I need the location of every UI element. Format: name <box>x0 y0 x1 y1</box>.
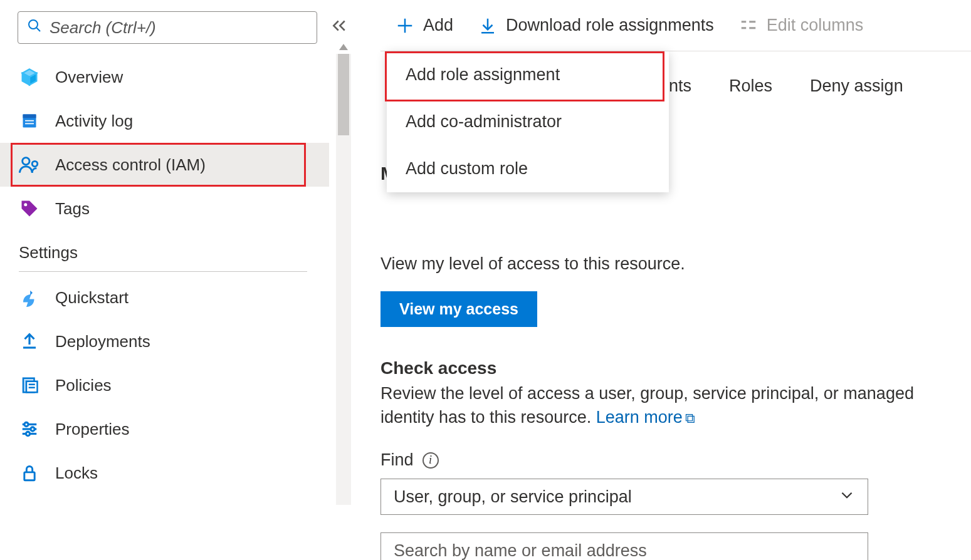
people-icon <box>19 155 40 174</box>
sidebar: Overview Activity log Access control (IA… <box>0 0 351 560</box>
sidebar-item-policies[interactable]: Policies <box>0 363 329 407</box>
log-icon <box>19 112 40 130</box>
find-type-select[interactable]: User, group, or service principal <box>381 479 868 515</box>
main-content: View my level of access to this resource… <box>381 252 971 560</box>
nav-label: Tags <box>55 199 90 219</box>
svg-rect-4 <box>25 120 34 122</box>
external-link-icon: ⧉ <box>685 410 695 426</box>
sidebar-item-deployments[interactable]: Deployments <box>0 319 329 363</box>
command-bar: Add Download role assignments Edit colum… <box>381 0 971 51</box>
svg-rect-5 <box>25 123 34 125</box>
nav-label: Deployments <box>55 332 150 351</box>
svg-point-8 <box>24 203 27 206</box>
find-label: Find <box>381 450 414 470</box>
upload-icon <box>19 332 40 351</box>
svg-point-16 <box>24 422 28 426</box>
collapse-sidebar-button[interactable] <box>330 16 351 39</box>
svg-line-1 <box>37 28 41 31</box>
find-search-input[interactable] <box>381 532 868 560</box>
tab-roles[interactable]: Roles <box>729 76 772 96</box>
lock-icon <box>19 464 40 482</box>
download-role-assignments-button[interactable]: Download role assignments <box>478 16 714 35</box>
svg-point-7 <box>32 161 38 167</box>
main-pane: Add Download role assignments Edit colum… <box>381 0 971 560</box>
add-button-label: Add <box>423 16 453 35</box>
my-access-description: View my level of access to this resource… <box>381 252 971 276</box>
sidebar-nav-settings: Quickstart Deployments Policies Properti… <box>0 276 329 495</box>
add-custom-role-item[interactable]: Add custom role <box>387 145 669 192</box>
edit-columns-button[interactable]: Edit columns <box>739 16 864 35</box>
svg-point-6 <box>23 158 29 165</box>
svg-point-0 <box>29 20 38 29</box>
quickstart-icon <box>19 288 40 307</box>
view-my-access-button[interactable]: View my access <box>381 291 537 327</box>
svg-point-18 <box>31 427 34 431</box>
svg-rect-21 <box>24 472 34 480</box>
edit-columns-label: Edit columns <box>767 16 864 35</box>
svg-rect-3 <box>23 115 36 118</box>
sidebar-section-settings-header: Settings <box>0 231 351 276</box>
nav-label: Locks <box>55 464 98 483</box>
tab-deny-assignments[interactable]: Deny assign <box>810 76 903 96</box>
find-type-value: User, group, or service principal <box>394 487 632 507</box>
cube-icon <box>19 68 40 86</box>
download-button-label: Download role assignments <box>506 16 714 35</box>
info-icon[interactable]: i <box>423 452 439 469</box>
sidebar-item-overview[interactable]: Overview <box>0 55 329 99</box>
nav-label: Properties <box>55 420 130 439</box>
sliders-icon <box>19 420 40 438</box>
learn-more-link[interactable]: Learn more⧉ <box>596 408 695 427</box>
sidebar-item-tags[interactable]: Tags <box>0 187 329 231</box>
check-access-header: Check access <box>381 358 971 378</box>
sidebar-item-locks[interactable]: Locks <box>0 451 329 495</box>
svg-point-20 <box>26 432 29 435</box>
nav-label: Quickstart <box>55 288 129 308</box>
sidebar-search-field[interactable] <box>50 18 308 38</box>
check-access-description: Review the level of access a user, group… <box>381 382 971 430</box>
tag-icon <box>19 199 40 218</box>
sidebar-item-quickstart[interactable]: Quickstart <box>0 276 329 319</box>
sidebar-search-input[interactable] <box>18 11 317 44</box>
add-dropdown-menu: Add role assignment Add co-administrator… <box>387 51 669 192</box>
tab-role-assignments-partial[interactable]: nts <box>669 76 691 96</box>
search-icon <box>27 18 42 38</box>
chevron-down-icon <box>839 487 855 507</box>
nav-label: Activity log <box>55 111 133 131</box>
add-role-assignment-item[interactable]: Add role assignment <box>387 51 669 98</box>
nav-label: Policies <box>55 376 112 395</box>
policies-icon <box>19 376 40 395</box>
sidebar-scrollbar[interactable] <box>336 54 351 505</box>
nav-label: Access control (IAM) <box>55 155 206 175</box>
sidebar-nav-top: Overview Activity log Access control (IA… <box>0 55 329 231</box>
sidebar-item-activity-log[interactable]: Activity log <box>0 99 329 143</box>
sidebar-item-access-control[interactable]: Access control (IAM) <box>0 143 329 187</box>
nav-label: Overview <box>55 68 123 87</box>
add-co-administrator-item[interactable]: Add co-administrator <box>387 98 669 145</box>
sidebar-item-properties[interactable]: Properties <box>0 407 329 451</box>
add-button[interactable]: Add <box>396 16 453 35</box>
